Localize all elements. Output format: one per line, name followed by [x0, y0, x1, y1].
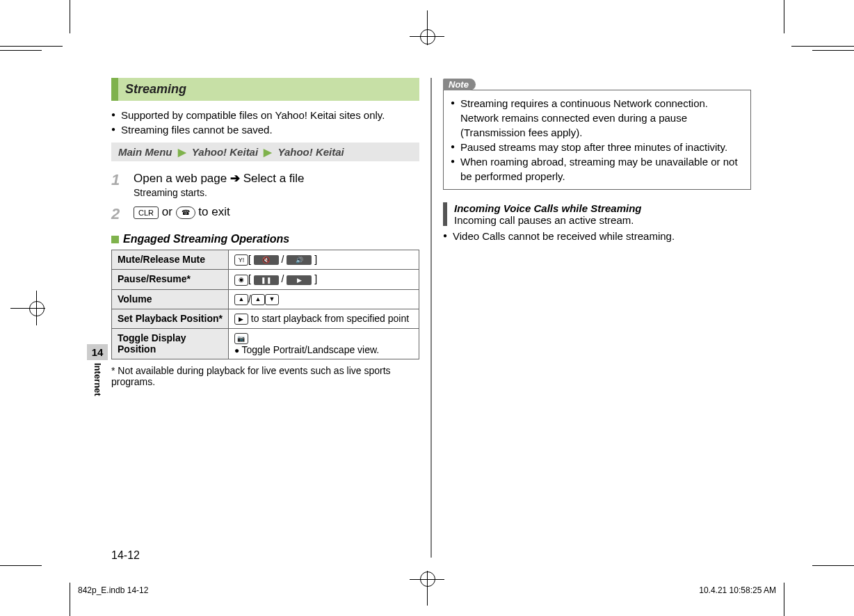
mute-icon: 🔇 — [254, 255, 279, 265]
crop-mark — [0, 565, 42, 566]
op-label: Volume — [112, 289, 229, 309]
note-item: Streaming requires a continuous Network … — [451, 96, 743, 140]
crop-mark — [784, 0, 784, 33]
chevron-icon: ▶ — [264, 146, 272, 158]
step-number: 2 — [111, 205, 124, 223]
note-box: Streaming requires a continuous Network … — [443, 90, 751, 190]
note-item: Paused streams may stop after three minu… — [451, 140, 743, 154]
nav-up-icon: ▲ — [234, 294, 248, 305]
camera-key-icon: 📷 — [234, 333, 248, 344]
arrow-icon: ➔ — [230, 172, 243, 185]
op-desc: Toggle Portrait/Landscape view. — [242, 344, 380, 355]
crop-mark — [812, 50, 854, 51]
incoming-bullet: Video Calls cannot be received while str… — [443, 229, 751, 243]
speaker-icon: 🔊 — [287, 255, 312, 265]
step-text: Select a file — [243, 172, 305, 185]
note-item: When roaming abroad, streaming may be un… — [451, 154, 743, 184]
op-desc: to start playback from specified point — [251, 313, 409, 324]
menu-path-item: Yahoo! Keitai — [192, 146, 258, 158]
page-number: 14-12 — [111, 549, 140, 562]
incoming-title: Incoming Voice Calls while Streaming — [454, 202, 751, 214]
chevron-icon: ▶ — [178, 146, 186, 158]
incoming-calls-section: Incoming Voice Calls while Streaming Inc… — [443, 202, 751, 226]
chapter-label: Internet — [92, 363, 103, 396]
crop-mark — [791, 46, 854, 47]
chapter-number: 14 — [87, 344, 108, 360]
footer-timestamp: 10.4.21 10:58:25 AM — [699, 585, 776, 595]
step-2: 2 CLR or ☎ to exit — [111, 205, 419, 223]
section-heading-streaming: Streaming — [111, 78, 419, 101]
step-subtext: Streaming starts. — [134, 187, 419, 198]
table-row: Toggle Display Position 📷 ● Toggle Portr… — [112, 329, 419, 359]
incoming-bullets: Video Calls cannot be received while str… — [443, 229, 751, 243]
nav-right-icon: ▶ — [234, 314, 248, 325]
op-label: Toggle Display Position — [112, 329, 229, 359]
step-number: 1 — [111, 171, 124, 198]
menu-path-item: Yahoo! Keitai — [277, 146, 344, 158]
incoming-sub: Incoming call pauses an active stream. — [454, 214, 751, 226]
left-column: Streaming Supported by compatible files … — [111, 78, 419, 558]
operations-table: Mute/Release Mute Y![ 🔇 / 🔊 ] Pause/Resu… — [111, 250, 419, 359]
center-key-icon: ◉ — [234, 275, 248, 286]
intro-bullet: Streaming files cannot be saved. — [111, 122, 419, 137]
side-up-icon: ▲ — [251, 294, 265, 305]
op-value: ▲/▲▼ — [228, 289, 419, 309]
streaming-intro-list: Supported by compatible files on Yahoo! … — [111, 108, 419, 137]
right-column: Note Streaming requires a continuous Net… — [443, 78, 751, 558]
op-value: 📷 ● Toggle Portrait/Landscape view. — [228, 329, 419, 359]
step-text: to exit — [198, 205, 229, 218]
crop-mark — [70, 0, 70, 33]
step-text: Open a web page — [134, 172, 227, 185]
menu-path-item: Main Menu — [118, 146, 172, 158]
op-label: Mute/Release Mute — [112, 250, 229, 270]
op-value: Y![ 🔇 / 🔊 ] — [228, 250, 419, 270]
end-key-icon: ☎ — [176, 206, 195, 219]
side-down-icon: ▼ — [265, 294, 279, 305]
table-row: Mute/Release Mute Y![ 🔇 / 🔊 ] — [112, 250, 419, 270]
table-footnote: * Not available during playback for live… — [111, 365, 419, 387]
crop-mark — [0, 50, 42, 51]
step-text: or — [162, 205, 176, 218]
table-row: Pause/Resume* ◉[ ❚❚ / ▶ ] — [112, 270, 419, 289]
note-heading: Note — [443, 79, 476, 90]
steps-list: 1 Open a web page ➔ Select a file Stream… — [111, 171, 419, 223]
table-row: Volume ▲/▲▼ — [112, 289, 419, 309]
crop-mark — [70, 583, 70, 616]
op-value: ◉[ ❚❚ / ▶ ] — [228, 270, 419, 289]
clr-key-icon: CLR — [134, 206, 159, 219]
table-row: Set Playback Position* ▶ to start playba… — [112, 309, 419, 328]
operations-subheading: Engaged Streaming Operations — [111, 233, 419, 245]
intro-bullet: Supported by compatible files on Yahoo! … — [111, 108, 419, 122]
square-bullet-icon — [111, 236, 119, 243]
crop-mark — [812, 565, 854, 566]
play-icon: ▶ — [287, 275, 312, 285]
step-1: 1 Open a web page ➔ Select a file Stream… — [111, 171, 419, 198]
op-value: ▶ to start playback from specified point — [228, 309, 419, 328]
menu-path: Main Menu ▶ Yahoo! Keitai ▶ Yahoo! Keita… — [111, 143, 419, 161]
op-label: Pause/Resume* — [112, 270, 229, 289]
footer-filename: 842p_E.indb 14-12 — [78, 585, 148, 595]
chapter-tab: 14 Internet — [87, 344, 108, 396]
softkey-icon: Y! — [234, 254, 248, 266]
pause-icon: ❚❚ — [254, 275, 279, 285]
crop-mark — [0, 46, 63, 47]
crop-mark — [784, 583, 784, 616]
op-label: Set Playback Position* — [112, 309, 229, 328]
column-divider — [431, 78, 432, 558]
